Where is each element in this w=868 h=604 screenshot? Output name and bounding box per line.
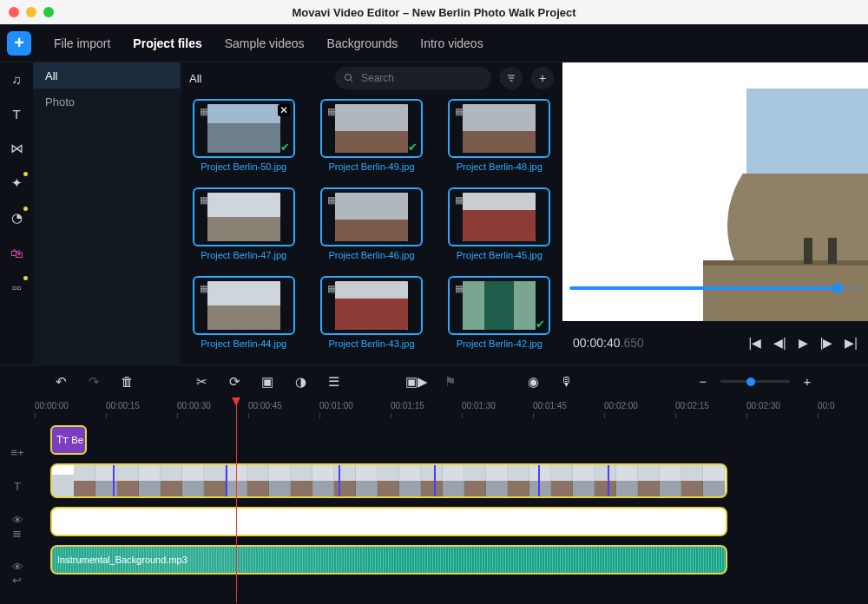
video-track[interactable]	[50, 463, 868, 498]
added-check-icon: ✔	[280, 141, 290, 154]
more-tools-icon[interactable]: ▫▫	[7, 278, 26, 297]
titles-tool-icon[interactable]: T	[7, 104, 26, 123]
image-type-icon: ▦	[455, 283, 464, 294]
title-track[interactable]: Tᴛ Be	[50, 425, 868, 455]
tab-backgrounds[interactable]: Backgrounds	[327, 36, 398, 50]
effects-tool-icon[interactable]: ✦	[7, 174, 26, 193]
stickers-tool-icon[interactable]: ◔	[7, 208, 26, 227]
media-item[interactable]: ▦Project Berlin-45.jpg	[444, 187, 556, 260]
browser-filter-label: All	[189, 72, 201, 85]
next-clip-icon[interactable]: ▶|	[845, 336, 858, 350]
add-media-button[interactable]: +	[7, 31, 31, 56]
svg-line-1	[351, 80, 353, 82]
svg-point-0	[345, 75, 352, 81]
image-type-icon: ▦	[200, 194, 208, 206]
tab-file-import[interactable]: File import	[54, 36, 110, 50]
window-fullscreen-icon[interactable]	[43, 7, 54, 17]
video-clip-sequence[interactable]	[50, 463, 727, 498]
timecode: 00:00:40.650	[573, 336, 644, 350]
playhead[interactable]	[236, 399, 237, 603]
title-clip-label: Be	[71, 435, 82, 445]
timeline-toolbar: ↶ ↷ 🗑 ✂ ⟳ ▣ ◑ ☰ ▣▶ ⚑ ◉ 🎙 − +	[0, 364, 868, 397]
audio-tool-icon[interactable]: ♫	[7, 69, 26, 89]
media-item[interactable]: ▦Project Berlin-44.jpg	[187, 276, 299, 349]
timeline-ruler[interactable]: 00:00:0000:00:1500:00:3000:00:4500:01:00…	[35, 401, 868, 422]
sort-button[interactable]	[500, 67, 523, 89]
media-item[interactable]: ▦✔✕Project Berlin-50.jpg	[187, 99, 299, 172]
overlay-track[interactable]	[50, 507, 868, 536]
waveform	[52, 547, 726, 573]
image-type-icon: ▦	[327, 106, 336, 117]
title-clip-icon: Tᴛ	[56, 434, 69, 446]
category-photo[interactable]: Photo	[33, 89, 181, 115]
step-back-icon[interactable]: ◀|	[773, 336, 786, 350]
media-item[interactable]: ▦✔Project Berlin-42.jpg	[444, 276, 556, 349]
tab-sample-videos[interactable]: Sample videos	[225, 36, 305, 50]
seek-bar[interactable]	[569, 286, 861, 290]
media-item-label[interactable]: Project Berlin-45.jpg	[457, 250, 542, 260]
remove-item-icon[interactable]: ✕	[278, 104, 290, 116]
transition-wizard-icon[interactable]: ▣▶	[408, 374, 425, 390]
window-title: Movavi Video Editor – New Berlin Photo W…	[0, 6, 868, 19]
record-video-icon[interactable]: ◉	[524, 374, 542, 390]
window-close-icon[interactable]	[9, 7, 19, 17]
play-icon[interactable]: ▶	[799, 336, 808, 350]
media-item[interactable]: ▦✔Project Berlin-49.jpg	[315, 99, 427, 172]
rotate-icon[interactable]: ⟳	[226, 374, 243, 390]
color-adjust-icon[interactable]: ◑	[292, 374, 309, 390]
media-item[interactable]: ▦Project Berlin-43.jpg	[315, 276, 427, 349]
media-item-label[interactable]: Project Berlin-43.jpg	[328, 338, 414, 349]
category-list: All Photo	[33, 62, 181, 364]
split-icon[interactable]: ✂	[193, 374, 210, 390]
image-type-icon: ▦	[327, 194, 336, 206]
audio-track[interactable]: Instrumental_Background.mp3	[50, 545, 868, 574]
overlay-track-head[interactable]: 👁↩	[12, 561, 23, 587]
video-track-head[interactable]: 👁≣	[12, 514, 23, 540]
step-forward-icon[interactable]: |▶	[820, 336, 833, 350]
record-audio-icon[interactable]: 🎙	[557, 374, 575, 389]
overlay-clip[interactable]	[50, 507, 727, 536]
added-check-icon: ✔	[536, 318, 545, 331]
add-track-icon[interactable]: ≡+	[10, 446, 23, 459]
tab-project-files[interactable]: Project files	[133, 36, 201, 50]
title-clip[interactable]: Tᴛ Be	[50, 425, 87, 455]
marker-icon[interactable]: ⚑	[441, 374, 458, 390]
title-track-head[interactable]: T	[14, 480, 21, 493]
search-field[interactable]: ✕	[335, 67, 491, 89]
undo-icon[interactable]: ↶	[52, 374, 69, 390]
media-item-label[interactable]: Project Berlin-46.jpg	[328, 250, 414, 260]
media-item-label[interactable]: Project Berlin-47.jpg	[201, 250, 286, 260]
media-item-label[interactable]: Project Berlin-42.jpg	[457, 338, 542, 349]
window-titlebar: Movavi Video Editor – New Berlin Photo W…	[0, 0, 868, 24]
media-item[interactable]: ▦Project Berlin-46.jpg	[315, 187, 427, 260]
window-minimize-icon[interactable]	[26, 7, 36, 17]
image-type-icon: ▦	[455, 106, 464, 117]
zoom-out-icon[interactable]: −	[694, 374, 712, 389]
image-type-icon: ▦	[327, 283, 336, 294]
preview-canvas[interactable]	[562, 62, 868, 321]
image-type-icon: ▦	[455, 194, 464, 206]
redo-icon[interactable]: ↷	[85, 374, 102, 390]
audio-clip[interactable]: Instrumental_Background.mp3	[50, 545, 727, 574]
media-browser: All ✕ + ▦✔✕Project Berlin-50.jpg▦✔Projec…	[181, 62, 562, 364]
image-type-icon: ▦	[200, 283, 208, 294]
media-item-label[interactable]: Project Berlin-44.jpg	[201, 338, 286, 349]
preview-pane: 00:00:40.650 |◀ ◀| ▶ |▶ ▶|	[562, 62, 868, 364]
tab-intro-videos[interactable]: Intro videos	[420, 36, 483, 50]
media-item[interactable]: ▦Project Berlin-48.jpg	[444, 99, 556, 172]
media-item-label[interactable]: Project Berlin-48.jpg	[457, 161, 542, 172]
clip-properties-icon[interactable]: ☰	[325, 374, 342, 390]
shop-tool-icon[interactable]: 🛍	[7, 243, 26, 262]
media-item-label[interactable]: Project Berlin-49.jpg	[328, 161, 414, 172]
media-item[interactable]: ▦Project Berlin-47.jpg	[187, 187, 299, 260]
zoom-in-icon[interactable]: +	[799, 374, 816, 389]
prev-clip-icon[interactable]: |◀	[748, 336, 761, 350]
category-all[interactable]: All	[33, 62, 181, 89]
add-files-button[interactable]: +	[531, 67, 554, 89]
zoom-slider[interactable]	[720, 380, 790, 383]
transitions-tool-icon[interactable]: ⋈	[7, 139, 26, 158]
search-input[interactable]	[361, 72, 491, 84]
delete-icon[interactable]: 🗑	[118, 374, 135, 389]
crop-icon[interactable]: ▣	[259, 374, 276, 390]
media-item-label[interactable]: Project Berlin-50.jpg	[201, 161, 286, 172]
